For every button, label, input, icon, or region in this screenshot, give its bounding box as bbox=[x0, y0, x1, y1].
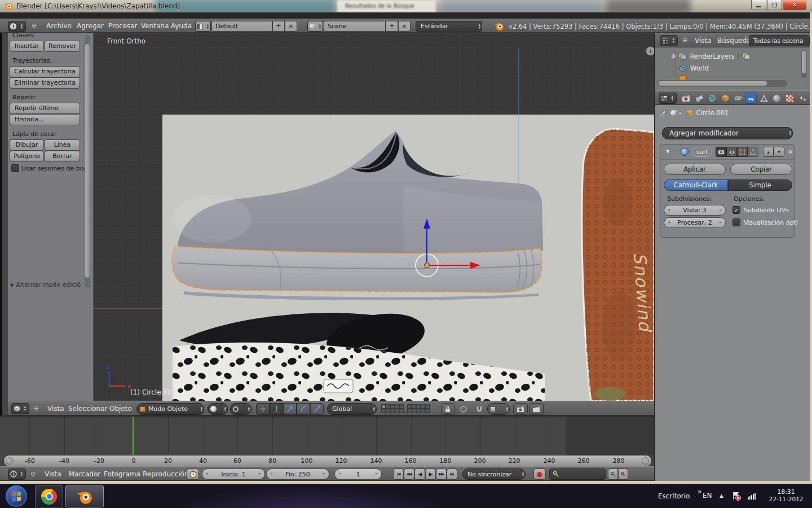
operator-panel-header[interactable]: ▼Alternar modo edició bbox=[10, 281, 92, 288]
collapse-menus-icon[interactable]: ⊖ bbox=[32, 22, 37, 29]
menu-ventana[interactable]: Ventana bbox=[141, 22, 169, 30]
window-titlebar[interactable]: Resultados de la Búsque Blender [C:\User… bbox=[0, 0, 812, 12]
scene-icon-button[interactable]: ▴▾ bbox=[307, 21, 323, 32]
render-engine-dropdown[interactable]: Estándar ▴▾ bbox=[416, 21, 482, 32]
layer-toggle[interactable] bbox=[416, 404, 421, 409]
toolbar-overflow-icon[interactable]: » bbox=[698, 488, 701, 496]
stepper-down-icon[interactable]: ▾ bbox=[24, 409, 26, 411]
stepper-down-icon[interactable]: ▾ bbox=[207, 27, 209, 29]
layer-toggle[interactable] bbox=[416, 409, 421, 413]
tray-expand-icon[interactable]: ▲ bbox=[720, 493, 723, 498]
copy-button[interactable]: Copiar bbox=[730, 164, 792, 175]
stepper-down-icon[interactable]: ▾ bbox=[672, 98, 673, 101]
keying-set-field[interactable] bbox=[549, 468, 606, 480]
stepper-down-icon[interactable]: ▾ bbox=[201, 409, 202, 412]
outliner-menu-busqueda[interactable]: Búsqueda bbox=[717, 37, 751, 45]
minimize-button[interactable] bbox=[751, 0, 766, 10]
collapse-menus-icon[interactable]: ⊖ bbox=[682, 37, 687, 44]
snap-toggle-button[interactable] bbox=[473, 403, 486, 415]
play-reverse-button[interactable]: ◀ bbox=[414, 468, 425, 480]
calcular-trayectoria-button[interactable]: Calcular trayectoria bbox=[10, 66, 80, 77]
render-opengl-button[interactable] bbox=[513, 403, 528, 415]
modifier-move-up-button[interactable]: ▴ bbox=[763, 147, 774, 157]
tree-expand-icon[interactable]: ⊕ bbox=[671, 53, 676, 59]
n-panel-expand-button[interactable]: + bbox=[646, 46, 654, 56]
menu-procesar[interactable]: Procesar bbox=[108, 22, 138, 30]
stepper-left-icon[interactable]: ◂ bbox=[668, 207, 670, 212]
tab-particles[interactable] bbox=[797, 93, 809, 104]
collapse-menus-icon[interactable]: ⊖ bbox=[34, 405, 39, 412]
outliner-vscrollbar-thumb[interactable] bbox=[802, 51, 806, 73]
layer-toggle[interactable] bbox=[421, 409, 425, 413]
outliner-filter-dropdown[interactable]: Todas las escena bbox=[749, 35, 810, 46]
stepper-down-icon[interactable]: ▾ bbox=[373, 409, 375, 412]
jump-to-end-button[interactable]: ▶| bbox=[447, 468, 457, 480]
editor-type-button-timeline[interactable]: ▴▾ bbox=[8, 468, 26, 480]
tab-object-data[interactable] bbox=[758, 93, 770, 104]
layer-toggle[interactable] bbox=[412, 404, 416, 409]
layer-toggle[interactable] bbox=[381, 409, 386, 413]
editor-type-button-info[interactable]: i ▴▾ bbox=[8, 21, 26, 32]
layout-add-button[interactable]: + bbox=[272, 21, 285, 32]
modifier-render-toggle[interactable] bbox=[716, 147, 726, 157]
remover-button[interactable]: Remover bbox=[45, 41, 80, 52]
catmull-clark-button[interactable]: Catmull-Clark bbox=[664, 179, 728, 191]
layer-toggle[interactable] bbox=[395, 409, 399, 413]
render-animation-button[interactable] bbox=[529, 403, 544, 415]
prev-keyframe-button[interactable]: ◀◀ bbox=[404, 468, 414, 480]
taskbar-chrome-button[interactable] bbox=[35, 485, 63, 507]
modifier-expand-icon[interactable]: ▼ bbox=[666, 149, 669, 154]
stepper-right-icon[interactable]: ▸ bbox=[323, 471, 325, 476]
autokey-record-button[interactable]: ● bbox=[533, 468, 546, 480]
borrar-button[interactable]: Borrar bbox=[45, 151, 80, 162]
menu-objeto[interactable]: Objeto bbox=[109, 405, 132, 413]
renderlayer-data-icon[interactable] bbox=[742, 52, 751, 60]
ruler-cap-left[interactable] bbox=[6, 457, 13, 465]
viewport-shading-dropdown[interactable]: ▴▾ bbox=[208, 403, 228, 415]
modifier-move-down-button[interactable]: ▾ bbox=[774, 147, 784, 157]
stepper-down-icon[interactable]: ▾ bbox=[319, 27, 321, 29]
layer-toggle[interactable] bbox=[407, 409, 412, 413]
optimal-display-checkbox[interactable] bbox=[732, 218, 740, 226]
stepper-left-icon[interactable]: ◂ bbox=[270, 471, 272, 476]
start-frame-stepper[interactable]: ◂ Inicio: 1 ▸ bbox=[202, 468, 265, 480]
menu-vista[interactable]: Vista bbox=[47, 405, 64, 413]
layer-toggle[interactable] bbox=[390, 409, 395, 413]
scale-manipulator-button[interactable] bbox=[297, 403, 310, 415]
tab-texture[interactable] bbox=[784, 93, 796, 104]
jump-to-start-button[interactable]: |◀ bbox=[393, 468, 404, 480]
desktop-toolbar-label[interactable]: Escritorio bbox=[658, 492, 690, 500]
layer-toggle[interactable] bbox=[399, 409, 404, 413]
stepper-right-icon[interactable]: ▸ bbox=[259, 471, 261, 476]
snap-element-dropdown[interactable]: ▴▾ bbox=[487, 403, 510, 415]
use-preview-range-button[interactable] bbox=[187, 468, 199, 480]
sesiones-checkbox[interactable] bbox=[11, 164, 19, 172]
collapse-menus-icon[interactable]: ⊖ bbox=[30, 470, 36, 478]
eliminar-trayectoria-button[interactable]: Eliminar trayectoria bbox=[10, 77, 80, 89]
taskbar-blender-button[interactable] bbox=[65, 485, 104, 507]
stepper-down-icon[interactable]: ▾ bbox=[479, 27, 480, 29]
insertar-button[interactable]: Insertar bbox=[10, 41, 44, 52]
outliner-vscrollbar[interactable] bbox=[801, 50, 807, 78]
menu-reproduccion[interactable]: Reproducción bbox=[143, 470, 189, 478]
play-button[interactable]: ▶ bbox=[425, 468, 436, 480]
network-signal-icon[interactable] bbox=[747, 492, 756, 500]
tab-material[interactable] bbox=[771, 93, 783, 104]
current-frame-field[interactable]: ◂ 1 ▸ bbox=[334, 468, 382, 480]
stepper-right-icon[interactable]: ▸ bbox=[376, 471, 378, 476]
viewport-3d[interactable]: Snowind z x Front Ortho (1) Circle.001 + bbox=[94, 33, 654, 401]
tab-world[interactable] bbox=[706, 93, 718, 104]
scene-delete-button[interactable]: ✕ bbox=[398, 21, 411, 32]
translate-manipulator-button[interactable] bbox=[270, 403, 283, 415]
action-center-flag-icon[interactable] bbox=[731, 491, 742, 503]
mode-dropdown[interactable]: Modo Objeto ▴▾ bbox=[136, 403, 204, 415]
outliner-row-world[interactable]: World bbox=[679, 63, 709, 73]
menu-marcador[interactable]: Marcador bbox=[69, 470, 100, 478]
end-frame-stepper[interactable]: ◂ Fin: 250 ▸ bbox=[266, 468, 329, 480]
outliner-row-partial[interactable] bbox=[679, 75, 687, 80]
layer-toggle[interactable] bbox=[425, 409, 430, 413]
pivot-dropdown[interactable]: ▴▾ bbox=[230, 403, 251, 415]
poligono-button[interactable]: Polígono bbox=[10, 151, 44, 162]
stepper-down-icon[interactable]: ▾ bbox=[21, 27, 23, 29]
sync-dropdown[interactable]: No sincronizar ▴▾ bbox=[462, 468, 526, 480]
